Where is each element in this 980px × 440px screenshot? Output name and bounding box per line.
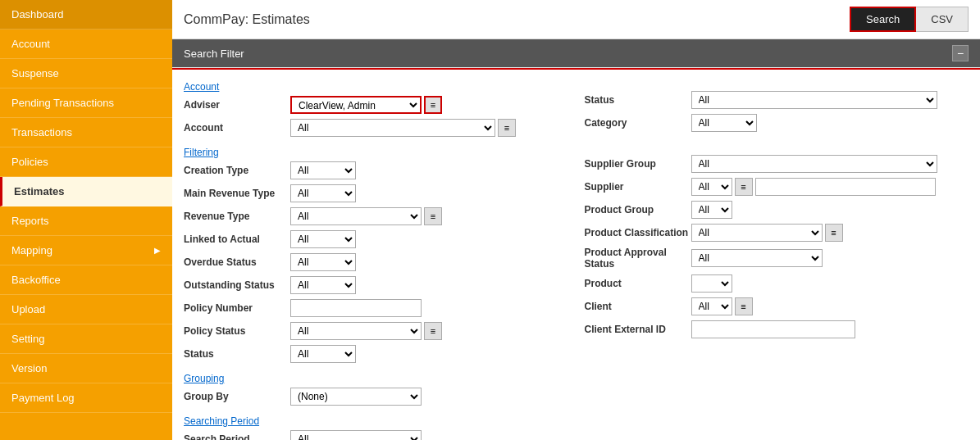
sidebar-item-estimates[interactable]: Estimates (0, 177, 172, 206)
product-label: Product (585, 278, 691, 289)
search-period-select[interactable]: All (290, 430, 422, 440)
sidebar-item-label: Version (11, 362, 47, 374)
filter-header: Search Filter − (172, 39, 980, 67)
sidebar-item-label: Pending Transactions (11, 97, 114, 109)
policy-status-select[interactable]: All (290, 322, 422, 340)
sidebar-item-label: Dashboard (11, 8, 64, 20)
outstanding-status-select[interactable]: All (290, 276, 356, 294)
collapse-button[interactable]: − (952, 45, 969, 61)
supplier-row: Supplier All ≡ (585, 178, 969, 196)
sidebar-item-transactions[interactable]: Transactions (0, 118, 172, 147)
sidebar-item-policies[interactable]: Policies (0, 147, 172, 177)
group-by-select[interactable]: (None) (290, 388, 422, 406)
search-button[interactable]: Search (850, 7, 916, 32)
policy-number-input[interactable] (290, 299, 422, 317)
status-label: Status (184, 348, 290, 360)
arrow-icon: ▶ (154, 246, 161, 255)
account-list-icon[interactable]: ≡ (498, 119, 516, 137)
client-label: Client (585, 301, 691, 312)
product-approval-select[interactable]: All (691, 249, 823, 267)
sidebar-item-pending-transactions[interactable]: Pending Transactions (0, 88, 172, 118)
action-buttons: Search CSV (850, 7, 969, 32)
creation-type-select[interactable]: All (290, 161, 356, 179)
product-classification-select[interactable]: All (691, 224, 823, 242)
main-revenue-select[interactable]: All (290, 184, 356, 202)
revenue-type-list-icon[interactable]: ≡ (424, 207, 442, 225)
sidebar-item-dashboard[interactable]: Dashboard (0, 0, 172, 29)
product-group-control: All (691, 201, 732, 219)
policy-status-control: All ≡ (290, 322, 442, 340)
filter-right-col: Status All Category All (585, 76, 969, 440)
client-external-input[interactable] (691, 320, 855, 338)
policy-status-list-icon[interactable]: ≡ (424, 322, 442, 340)
main-revenue-label: Main Revenue Type (184, 188, 290, 199)
client-row: Client All ≡ (585, 297, 969, 315)
overdue-status-control: All (290, 253, 356, 271)
status-select[interactable]: All (290, 345, 356, 363)
linked-actual-select[interactable]: All (290, 230, 356, 248)
policy-status-label: Policy Status (184, 325, 290, 337)
client-control: All ≡ (691, 297, 753, 315)
filtering-section-link[interactable]: Filtering (184, 147, 219, 158)
adviser-select[interactable]: ClearView, Admin (290, 96, 422, 114)
sidebar-item-label: Policies (11, 156, 48, 168)
overdue-status-row: Overdue Status All (184, 253, 568, 271)
policy-number-label: Policy Number (184, 302, 290, 314)
supplier-group-select[interactable]: All (691, 155, 937, 173)
sidebar-item-label: Setting (11, 333, 44, 345)
overdue-status-label: Overdue Status (184, 256, 290, 268)
product-classification-list-icon[interactable]: ≡ (825, 224, 843, 242)
status-row: Status All (184, 345, 568, 363)
product-group-row: Product Group All (585, 201, 969, 219)
supplier-input[interactable] (755, 178, 936, 196)
account-section-link[interactable]: Account (184, 81, 219, 93)
sidebar-item-account[interactable]: Account (0, 29, 172, 59)
sidebar-item-backoffice[interactable]: Backoffice (0, 265, 172, 295)
product-approval-control: All (691, 249, 823, 267)
client-list-icon[interactable]: ≡ (735, 297, 753, 315)
main-revenue-control: All (290, 184, 356, 202)
filter-body: Account Adviser ClearView, Admin ≡ Accou… (172, 70, 980, 440)
supplier-all-select[interactable]: All (691, 178, 732, 196)
account-select[interactable]: All (290, 119, 495, 137)
sidebar-item-suspense[interactable]: Suspense (0, 59, 172, 88)
client-select[interactable]: All (691, 297, 732, 315)
sidebar-item-upload[interactable]: Upload (0, 295, 172, 324)
grouping-section-link[interactable]: Grouping (184, 373, 224, 384)
sidebar-item-label: Account (11, 38, 50, 50)
sidebar-item-label: Payment Log (11, 392, 75, 404)
sidebar-item-reports[interactable]: Reports (0, 206, 172, 236)
sidebar-item-mapping[interactable]: Mapping ▶ (0, 236, 172, 265)
policy-number-row: Policy Number (184, 299, 568, 317)
linked-actual-control: All (290, 230, 356, 248)
adviser-list-icon[interactable]: ≡ (424, 96, 442, 114)
filter-header-label: Search Filter (184, 48, 244, 60)
category-select[interactable]: All (691, 114, 757, 132)
right-status-row: Status All (585, 91, 969, 109)
csv-button[interactable]: CSV (916, 7, 969, 32)
creation-type-label: Creation Type (184, 165, 290, 176)
overdue-status-select[interactable]: All (290, 253, 356, 271)
sidebar-item-label: Upload (11, 303, 45, 315)
product-group-select[interactable]: All (691, 201, 732, 219)
search-period-label: Search Period (184, 433, 290, 440)
revenue-type-row: Revenue Type All ≡ (184, 207, 568, 225)
product-select[interactable] (691, 274, 732, 293)
status-control: All (290, 345, 356, 363)
right-status-select[interactable]: All (691, 91, 937, 109)
sidebar-item-label: Mapping (11, 244, 52, 256)
supplier-group-control: All (691, 155, 937, 173)
sidebar-item-version[interactable]: Version (0, 354, 172, 383)
client-external-row: Client External ID (585, 320, 969, 338)
sidebar-item-setting[interactable]: Setting (0, 324, 172, 354)
searching-period-section-link[interactable]: Searching Period (184, 415, 259, 427)
adviser-row: Adviser ClearView, Admin ≡ (184, 96, 568, 114)
product-classification-control: All ≡ (691, 224, 843, 242)
adviser-control: ClearView, Admin ≡ (290, 96, 442, 114)
filter-columns: Account Adviser ClearView, Admin ≡ Accou… (184, 76, 969, 440)
product-classification-label: Product Classification (585, 227, 691, 238)
sidebar-item-payment-log[interactable]: Payment Log (0, 383, 172, 413)
product-group-label: Product Group (585, 204, 691, 215)
revenue-type-select[interactable]: All (290, 207, 422, 225)
supplier-list-icon[interactable]: ≡ (735, 178, 753, 196)
